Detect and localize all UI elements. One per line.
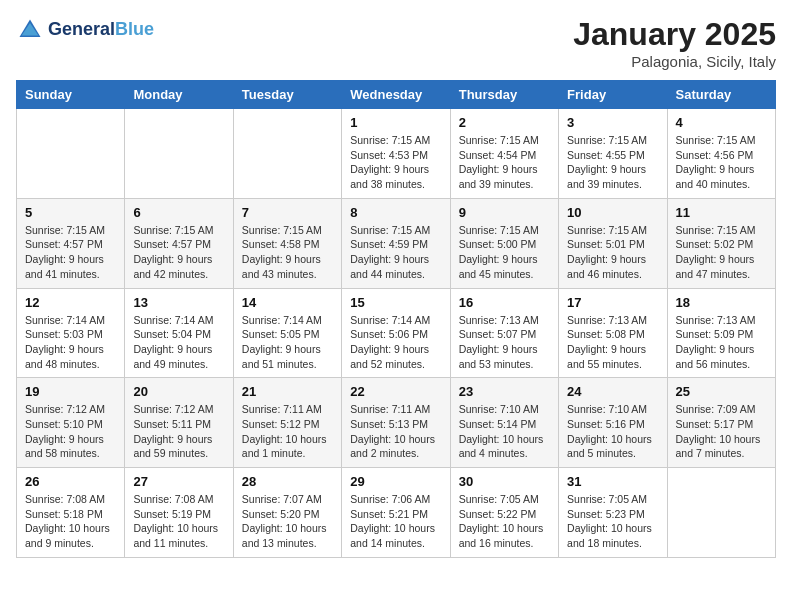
day-info: Sunrise: 7:10 AM Sunset: 5:16 PM Dayligh… bbox=[567, 402, 658, 461]
day-info: Sunrise: 7:13 AM Sunset: 5:07 PM Dayligh… bbox=[459, 313, 550, 372]
calendar-day-cell: 12Sunrise: 7:14 AM Sunset: 5:03 PM Dayli… bbox=[17, 288, 125, 378]
day-number: 23 bbox=[459, 384, 550, 399]
main-title: January 2025 bbox=[573, 16, 776, 53]
logo-text: GeneralBlue bbox=[48, 20, 154, 40]
day-info: Sunrise: 7:11 AM Sunset: 5:13 PM Dayligh… bbox=[350, 402, 441, 461]
calendar-day-cell: 26Sunrise: 7:08 AM Sunset: 5:18 PM Dayli… bbox=[17, 468, 125, 558]
calendar-day-cell: 2Sunrise: 7:15 AM Sunset: 4:54 PM Daylig… bbox=[450, 109, 558, 199]
calendar-day-cell: 17Sunrise: 7:13 AM Sunset: 5:08 PM Dayli… bbox=[559, 288, 667, 378]
weekday-header-cell: Thursday bbox=[450, 81, 558, 109]
day-number: 16 bbox=[459, 295, 550, 310]
calendar-day-cell: 8Sunrise: 7:15 AM Sunset: 4:59 PM Daylig… bbox=[342, 198, 450, 288]
day-info: Sunrise: 7:14 AM Sunset: 5:03 PM Dayligh… bbox=[25, 313, 116, 372]
day-info: Sunrise: 7:15 AM Sunset: 5:01 PM Dayligh… bbox=[567, 223, 658, 282]
calendar-day-cell: 21Sunrise: 7:11 AM Sunset: 5:12 PM Dayli… bbox=[233, 378, 341, 468]
calendar-day-cell: 31Sunrise: 7:05 AM Sunset: 5:23 PM Dayli… bbox=[559, 468, 667, 558]
calendar-day-cell: 29Sunrise: 7:06 AM Sunset: 5:21 PM Dayli… bbox=[342, 468, 450, 558]
calendar-day-cell: 9Sunrise: 7:15 AM Sunset: 5:00 PM Daylig… bbox=[450, 198, 558, 288]
calendar-day-cell: 6Sunrise: 7:15 AM Sunset: 4:57 PM Daylig… bbox=[125, 198, 233, 288]
day-number: 4 bbox=[676, 115, 767, 130]
calendar-day-cell: 19Sunrise: 7:12 AM Sunset: 5:10 PM Dayli… bbox=[17, 378, 125, 468]
calendar-day-cell: 20Sunrise: 7:12 AM Sunset: 5:11 PM Dayli… bbox=[125, 378, 233, 468]
day-info: Sunrise: 7:13 AM Sunset: 5:08 PM Dayligh… bbox=[567, 313, 658, 372]
day-number: 1 bbox=[350, 115, 441, 130]
calendar-day-cell: 27Sunrise: 7:08 AM Sunset: 5:19 PM Dayli… bbox=[125, 468, 233, 558]
calendar-day-cell bbox=[125, 109, 233, 199]
day-number: 2 bbox=[459, 115, 550, 130]
day-number: 9 bbox=[459, 205, 550, 220]
calendar-body: 1Sunrise: 7:15 AM Sunset: 4:53 PM Daylig… bbox=[17, 109, 776, 558]
calendar-day-cell: 22Sunrise: 7:11 AM Sunset: 5:13 PM Dayli… bbox=[342, 378, 450, 468]
day-info: Sunrise: 7:13 AM Sunset: 5:09 PM Dayligh… bbox=[676, 313, 767, 372]
calendar-day-cell: 18Sunrise: 7:13 AM Sunset: 5:09 PM Dayli… bbox=[667, 288, 775, 378]
calendar-day-cell: 30Sunrise: 7:05 AM Sunset: 5:22 PM Dayli… bbox=[450, 468, 558, 558]
day-number: 19 bbox=[25, 384, 116, 399]
calendar-day-cell: 24Sunrise: 7:10 AM Sunset: 5:16 PM Dayli… bbox=[559, 378, 667, 468]
title-block: January 2025 Palagonia, Sicily, Italy bbox=[573, 16, 776, 70]
day-number: 18 bbox=[676, 295, 767, 310]
day-info: Sunrise: 7:15 AM Sunset: 4:57 PM Dayligh… bbox=[133, 223, 224, 282]
calendar-day-cell: 3Sunrise: 7:15 AM Sunset: 4:55 PM Daylig… bbox=[559, 109, 667, 199]
day-info: Sunrise: 7:08 AM Sunset: 5:19 PM Dayligh… bbox=[133, 492, 224, 551]
logo: GeneralBlue bbox=[16, 16, 154, 44]
day-info: Sunrise: 7:15 AM Sunset: 4:53 PM Dayligh… bbox=[350, 133, 441, 192]
calendar-week-row: 26Sunrise: 7:08 AM Sunset: 5:18 PM Dayli… bbox=[17, 468, 776, 558]
calendar-day-cell bbox=[17, 109, 125, 199]
day-number: 13 bbox=[133, 295, 224, 310]
logo-icon bbox=[16, 16, 44, 44]
day-info: Sunrise: 7:07 AM Sunset: 5:20 PM Dayligh… bbox=[242, 492, 333, 551]
calendar-day-cell: 13Sunrise: 7:14 AM Sunset: 5:04 PM Dayli… bbox=[125, 288, 233, 378]
day-number: 30 bbox=[459, 474, 550, 489]
day-number: 17 bbox=[567, 295, 658, 310]
day-number: 29 bbox=[350, 474, 441, 489]
calendar-day-cell bbox=[233, 109, 341, 199]
day-info: Sunrise: 7:15 AM Sunset: 4:54 PM Dayligh… bbox=[459, 133, 550, 192]
day-info: Sunrise: 7:15 AM Sunset: 5:02 PM Dayligh… bbox=[676, 223, 767, 282]
day-number: 14 bbox=[242, 295, 333, 310]
day-number: 20 bbox=[133, 384, 224, 399]
day-number: 6 bbox=[133, 205, 224, 220]
calendar-day-cell: 5Sunrise: 7:15 AM Sunset: 4:57 PM Daylig… bbox=[17, 198, 125, 288]
calendar-day-cell: 14Sunrise: 7:14 AM Sunset: 5:05 PM Dayli… bbox=[233, 288, 341, 378]
calendar-day-cell: 11Sunrise: 7:15 AM Sunset: 5:02 PM Dayli… bbox=[667, 198, 775, 288]
weekday-header-cell: Saturday bbox=[667, 81, 775, 109]
day-info: Sunrise: 7:15 AM Sunset: 5:00 PM Dayligh… bbox=[459, 223, 550, 282]
day-info: Sunrise: 7:05 AM Sunset: 5:22 PM Dayligh… bbox=[459, 492, 550, 551]
day-number: 28 bbox=[242, 474, 333, 489]
day-number: 3 bbox=[567, 115, 658, 130]
calendar-week-row: 5Sunrise: 7:15 AM Sunset: 4:57 PM Daylig… bbox=[17, 198, 776, 288]
day-info: Sunrise: 7:06 AM Sunset: 5:21 PM Dayligh… bbox=[350, 492, 441, 551]
day-number: 12 bbox=[25, 295, 116, 310]
day-info: Sunrise: 7:09 AM Sunset: 5:17 PM Dayligh… bbox=[676, 402, 767, 461]
calendar-day-cell: 23Sunrise: 7:10 AM Sunset: 5:14 PM Dayli… bbox=[450, 378, 558, 468]
weekday-header-cell: Friday bbox=[559, 81, 667, 109]
day-info: Sunrise: 7:15 AM Sunset: 4:57 PM Dayligh… bbox=[25, 223, 116, 282]
day-number: 15 bbox=[350, 295, 441, 310]
calendar-day-cell: 25Sunrise: 7:09 AM Sunset: 5:17 PM Dayli… bbox=[667, 378, 775, 468]
weekday-header-cell: Tuesday bbox=[233, 81, 341, 109]
day-info: Sunrise: 7:15 AM Sunset: 4:59 PM Dayligh… bbox=[350, 223, 441, 282]
day-number: 31 bbox=[567, 474, 658, 489]
day-info: Sunrise: 7:12 AM Sunset: 5:10 PM Dayligh… bbox=[25, 402, 116, 461]
day-number: 10 bbox=[567, 205, 658, 220]
day-info: Sunrise: 7:10 AM Sunset: 5:14 PM Dayligh… bbox=[459, 402, 550, 461]
day-number: 11 bbox=[676, 205, 767, 220]
day-number: 21 bbox=[242, 384, 333, 399]
page-header: GeneralBlue January 2025 Palagonia, Sici… bbox=[16, 16, 776, 70]
weekday-header-row: SundayMondayTuesdayWednesdayThursdayFrid… bbox=[17, 81, 776, 109]
day-info: Sunrise: 7:14 AM Sunset: 5:05 PM Dayligh… bbox=[242, 313, 333, 372]
day-info: Sunrise: 7:12 AM Sunset: 5:11 PM Dayligh… bbox=[133, 402, 224, 461]
calendar-week-row: 12Sunrise: 7:14 AM Sunset: 5:03 PM Dayli… bbox=[17, 288, 776, 378]
day-info: Sunrise: 7:11 AM Sunset: 5:12 PM Dayligh… bbox=[242, 402, 333, 461]
calendar-day-cell bbox=[667, 468, 775, 558]
calendar-week-row: 19Sunrise: 7:12 AM Sunset: 5:10 PM Dayli… bbox=[17, 378, 776, 468]
day-info: Sunrise: 7:15 AM Sunset: 4:55 PM Dayligh… bbox=[567, 133, 658, 192]
calendar-day-cell: 28Sunrise: 7:07 AM Sunset: 5:20 PM Dayli… bbox=[233, 468, 341, 558]
calendar-day-cell: 4Sunrise: 7:15 AM Sunset: 4:56 PM Daylig… bbox=[667, 109, 775, 199]
calendar-day-cell: 10Sunrise: 7:15 AM Sunset: 5:01 PM Dayli… bbox=[559, 198, 667, 288]
weekday-header-cell: Sunday bbox=[17, 81, 125, 109]
day-info: Sunrise: 7:08 AM Sunset: 5:18 PM Dayligh… bbox=[25, 492, 116, 551]
day-info: Sunrise: 7:15 AM Sunset: 4:58 PM Dayligh… bbox=[242, 223, 333, 282]
day-info: Sunrise: 7:05 AM Sunset: 5:23 PM Dayligh… bbox=[567, 492, 658, 551]
subtitle: Palagonia, Sicily, Italy bbox=[573, 53, 776, 70]
